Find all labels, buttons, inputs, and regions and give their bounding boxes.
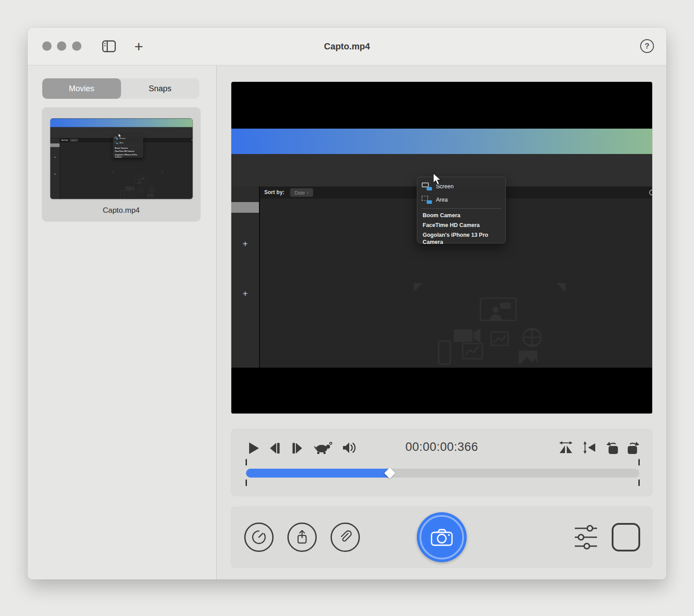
timer-icon bbox=[251, 529, 267, 545]
recorded-selected-row bbox=[50, 143, 60, 147]
trim-end-tick-top[interactable] bbox=[638, 459, 640, 466]
movie-caption: Capto.mp4 bbox=[42, 206, 201, 215]
dropdown-separator bbox=[421, 208, 501, 209]
bottom-toolbar bbox=[231, 507, 652, 567]
dropdown-item-iphone-camera: Gogolan's iPhone 13 Pro Camera bbox=[115, 153, 143, 155]
flip-horizontal-button[interactable] bbox=[559, 441, 573, 456]
recorded-cursor-icon bbox=[432, 173, 444, 186]
dropdown-item-area: Area bbox=[417, 194, 505, 206]
dropdown-item-iphone-camera: Gogolan's iPhone 13 Pro Camera bbox=[423, 231, 505, 239]
main-area: Video ⌄ Screen ⌄ Area Window Menu › Web … bbox=[217, 65, 666, 580]
titlebar: + Capto.mp4 ? bbox=[28, 28, 666, 65]
camera-icon bbox=[430, 527, 454, 547]
recorded-add-button: + bbox=[231, 239, 259, 249]
snapshot-camera-button[interactable] bbox=[417, 512, 467, 562]
area-camera-icon bbox=[422, 196, 432, 204]
capto-window: + Capto.mp4 ? Movies Snaps Video ⌄ Scree… bbox=[28, 28, 666, 580]
sort-dropdown: Date↕ bbox=[70, 138, 78, 141]
recorded-gradient-bar bbox=[231, 129, 652, 154]
video-preview[interactable]: Video ⌄ Screen ⌄ Area Window Menu › Web … bbox=[231, 82, 652, 413]
watermark-icons bbox=[112, 170, 164, 199]
desktop-background: + Capto.mp4 ? Movies Snaps Video ⌄ Scree… bbox=[0, 0, 694, 616]
dropdown-item-screen: Screen bbox=[113, 136, 143, 140]
share-button[interactable] bbox=[287, 523, 317, 552]
watermark-icons bbox=[413, 282, 566, 369]
help-button[interactable]: ? bbox=[640, 39, 654, 53]
playback-panel: 00:00:00:366 bbox=[231, 429, 652, 496]
recorded-record-dropdown: Screen Area Boom Camera FaceTime HD Came… bbox=[113, 134, 143, 157]
recorded-sidebar-column: + + bbox=[50, 138, 60, 199]
window-title: Capto.mp4 bbox=[28, 28, 666, 65]
flip-vertical-button[interactable] bbox=[582, 441, 597, 456]
sort-by-label: Sort by: bbox=[61, 138, 68, 142]
recorded-add-button: + bbox=[50, 173, 60, 176]
recorded-selected-row bbox=[231, 202, 259, 213]
area-camera-icon bbox=[115, 141, 118, 144]
share-icon bbox=[294, 529, 310, 545]
recorded-cursor-icon bbox=[118, 133, 122, 138]
rotate-right-button[interactable] bbox=[625, 441, 641, 457]
movie-thumbnail: Video ⌄ Screen ⌄ Area Window Menu › Web … bbox=[50, 118, 193, 199]
sort-dropdown: Date↕ bbox=[290, 188, 313, 197]
dropdown-item-facetime-camera: FaceTime HD Camera bbox=[115, 150, 134, 152]
sort-arrows-icon: ↕ bbox=[307, 190, 309, 195]
dropdown-item-screen: Screen bbox=[417, 181, 505, 192]
dropdown-item-boom-camera: Boom Camera bbox=[423, 212, 460, 219]
sort-arrows-icon: ↕ bbox=[76, 139, 77, 141]
recorded-record-dropdown: Screen Area Boom Camera FaceTime HD Came… bbox=[417, 177, 506, 243]
recorded-add-button: + bbox=[50, 156, 60, 159]
fullscreen-frame-button[interactable] bbox=[612, 523, 640, 551]
adjustments-button[interactable] bbox=[573, 524, 599, 552]
trim-start-tick-bottom[interactable] bbox=[246, 479, 247, 486]
sort-by-label: Sort by: bbox=[264, 186, 284, 199]
tab-movies[interactable]: Movies bbox=[42, 78, 121, 99]
paperclip-icon bbox=[337, 529, 353, 545]
recorded-letterbox-bottom bbox=[231, 368, 652, 413]
dropdown-item-boom-camera: Boom Camera bbox=[115, 146, 128, 149]
recorded-frame: Video ⌄ Screen ⌄ Area Window Menu › Web … bbox=[50, 118, 193, 199]
attach-button[interactable] bbox=[331, 523, 360, 552]
recorded-sidebar-column: + + bbox=[231, 186, 259, 368]
rotate-left-button[interactable] bbox=[605, 441, 620, 457]
sliders-icon bbox=[573, 524, 599, 551]
library-segmented-control: Movies Snaps bbox=[42, 78, 199, 99]
recorded-add-button: + bbox=[231, 289, 259, 299]
tab-snaps[interactable]: Snaps bbox=[121, 78, 200, 99]
recorded-frame: Video ⌄ Screen ⌄ Area Window Menu › Web … bbox=[231, 82, 652, 413]
window-content: Movies Snaps Video ⌄ Screen ⌄ Area Windo… bbox=[28, 65, 666, 580]
search-icon bbox=[649, 190, 652, 195]
scrubber-track[interactable] bbox=[246, 469, 639, 478]
dropdown-item-facetime-camera: FaceTime HD Camera bbox=[423, 222, 480, 229]
scrubber-fill bbox=[246, 469, 390, 478]
trim-end-tick-bottom[interactable] bbox=[638, 479, 640, 486]
screen-camera-icon bbox=[422, 182, 432, 190]
screen-camera-icon bbox=[115, 137, 118, 139]
search-icon bbox=[191, 139, 193, 141]
dropdown-item-area: Area bbox=[113, 141, 143, 145]
library-sidebar: Movies Snaps Video ⌄ Screen ⌄ Area Windo… bbox=[28, 65, 217, 580]
movie-list-item[interactable]: Video ⌄ Screen ⌄ Area Window Menu › Web … bbox=[42, 107, 201, 222]
recorded-gradient-bar bbox=[50, 118, 193, 127]
trim-start-tick-top[interactable] bbox=[246, 459, 247, 466]
timer-button[interactable] bbox=[244, 523, 274, 552]
